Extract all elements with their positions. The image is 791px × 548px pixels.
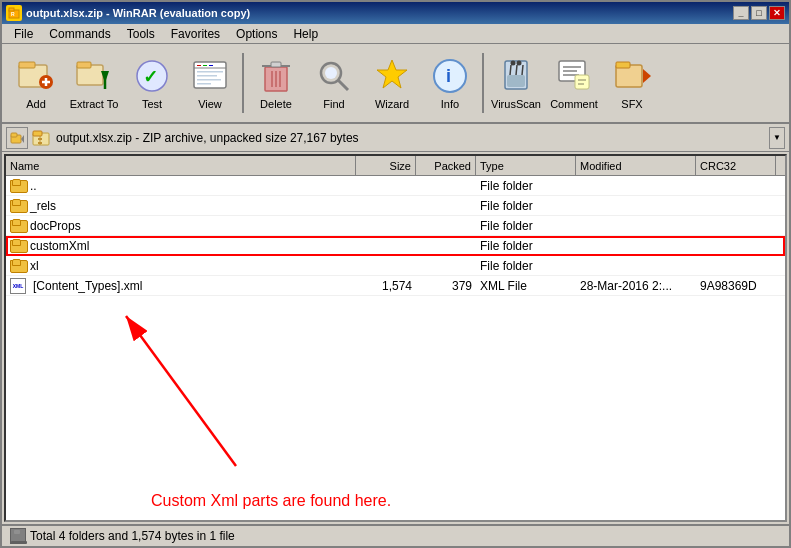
svg-rect-58: [38, 138, 42, 140]
extract-label: Extract To: [70, 98, 119, 110]
svg-rect-46: [575, 75, 589, 89]
virusscan-icon: [496, 56, 536, 96]
svg-rect-4: [19, 62, 35, 68]
find-icon: [314, 56, 354, 96]
toolbar-add[interactable]: Add: [8, 48, 64, 118]
folder-icon-docprops: [10, 219, 26, 233]
svg-point-40: [511, 61, 516, 66]
col-header-type[interactable]: Type: [476, 156, 576, 175]
menu-commands[interactable]: Commands: [41, 25, 118, 43]
menu-tools[interactable]: Tools: [119, 25, 163, 43]
toolbar-find[interactable]: Find: [306, 48, 362, 118]
wizard-icon: [372, 56, 412, 96]
toolbar-comment[interactable]: Comment: [546, 48, 602, 118]
address-dropdown[interactable]: ▼: [769, 127, 785, 149]
title-bar-controls: _ □ ✕: [733, 6, 785, 20]
col-header-packed[interactable]: Packed: [416, 156, 476, 175]
toolbar-extract[interactable]: Extract To: [66, 48, 122, 118]
minimize-button[interactable]: _: [733, 6, 749, 20]
add-label: Add: [26, 98, 46, 110]
virusscan-label: VirusScan: [491, 98, 541, 110]
up-button[interactable]: [6, 127, 28, 149]
svg-line-37: [516, 65, 517, 75]
svg-rect-18: [209, 65, 213, 66]
file-size-content-types: 1,574: [356, 279, 416, 293]
toolbar-separator-1: [242, 53, 244, 113]
extract-icon: [74, 56, 114, 96]
file-row-docprops[interactable]: docProps File folder: [6, 216, 785, 236]
main-content: Name Size Packed Type Modified CRC32: [2, 152, 789, 524]
svg-marker-32: [377, 60, 407, 88]
menu-bar: File Commands Tools Favorites Options He…: [2, 24, 789, 44]
annotation-arrow: [126, 316, 236, 466]
col-header-name[interactable]: Name: [6, 156, 356, 175]
xml-file-icon-content-types: [10, 278, 26, 294]
info-label: Info: [441, 98, 459, 110]
file-row-content-types[interactable]: [Content_Types].xml 1,574 379 XML File 2…: [6, 276, 785, 296]
toolbar-sfx[interactable]: SFX: [604, 48, 660, 118]
file-type-customxml: File folder: [476, 239, 576, 253]
toolbar-delete[interactable]: Delete: [248, 48, 304, 118]
title-bar-left: R output.xlsx.zip - WinRAR (evaluation c…: [6, 5, 250, 21]
svg-point-41: [517, 61, 522, 66]
folder-icon-dotdot: [10, 179, 26, 193]
file-name-xl: xl: [6, 259, 356, 273]
svg-rect-59: [38, 142, 42, 144]
file-name-customxml: customXml: [6, 239, 356, 253]
folder-icon-xl: [10, 259, 26, 273]
file-row-rels[interactable]: _rels File folder: [6, 196, 785, 216]
app-icon: R: [6, 5, 22, 21]
toolbar-info[interactable]: i Info: [422, 48, 478, 118]
file-row-dotdot[interactable]: .. File folder: [6, 176, 785, 196]
svg-rect-17: [203, 65, 207, 66]
window-title: output.xlsx.zip - WinRAR (evaluation cop…: [26, 7, 250, 19]
toolbar-view[interactable]: View: [182, 48, 238, 118]
menu-favorites[interactable]: Favorites: [163, 25, 228, 43]
toolbar-wizard[interactable]: Wizard: [364, 48, 420, 118]
svg-rect-20: [197, 75, 217, 77]
file-type-rels: File folder: [476, 199, 576, 213]
file-name-rels: _rels: [6, 199, 356, 213]
menu-help[interactable]: Help: [285, 25, 326, 43]
view-icon: [190, 56, 230, 96]
file-row-customxml[interactable]: customXml File folder: [6, 236, 785, 256]
col-header-modified[interactable]: Modified: [576, 156, 696, 175]
file-name-dotdot: ..: [6, 179, 356, 193]
status-left: Total 4 folders and 1,574 bytes in 1 fil…: [10, 528, 235, 544]
test-icon: ✓: [132, 56, 172, 96]
menu-options[interactable]: Options: [228, 25, 285, 43]
col-header-size[interactable]: Size: [356, 156, 416, 175]
delete-icon: [256, 56, 296, 96]
svg-rect-62: [14, 530, 20, 534]
toolbar-test[interactable]: ✓ Test: [124, 48, 180, 118]
file-name-docprops: docProps: [6, 219, 356, 233]
file-type-docprops: File folder: [476, 219, 576, 233]
status-bar: Total 4 folders and 1,574 bytes in 1 fil…: [2, 524, 789, 546]
maximize-button[interactable]: □: [751, 6, 767, 20]
column-headers: Name Size Packed Type Modified CRC32: [6, 156, 785, 176]
status-text: Total 4 folders and 1,574 bytes in 1 fil…: [30, 529, 235, 543]
svg-marker-51: [643, 69, 651, 83]
find-label: Find: [323, 98, 344, 110]
delete-label: Delete: [260, 98, 292, 110]
comment-icon: [554, 56, 594, 96]
file-type-dotdot: File folder: [476, 179, 576, 193]
toolbar-virusscan[interactable]: VirusScan: [488, 48, 544, 118]
svg-line-38: [522, 65, 523, 75]
file-type-xl: File folder: [476, 259, 576, 273]
file-list-area: Name Size Packed Type Modified CRC32: [4, 154, 787, 522]
svg-text:i: i: [446, 66, 451, 86]
file-row-xl[interactable]: xl File folder: [6, 256, 785, 276]
menu-file[interactable]: File: [6, 25, 41, 43]
wizard-label: Wizard: [375, 98, 409, 110]
svg-rect-19: [197, 71, 223, 73]
sfx-label: SFX: [621, 98, 642, 110]
close-button[interactable]: ✕: [769, 6, 785, 20]
svg-rect-22: [197, 83, 211, 85]
svg-rect-16: [197, 65, 201, 66]
file-crc-content-types: 9A98369D: [696, 279, 776, 293]
svg-rect-25: [271, 62, 281, 67]
col-header-crc[interactable]: CRC32: [696, 156, 776, 175]
comment-label: Comment: [550, 98, 598, 110]
svg-line-36: [510, 65, 511, 75]
